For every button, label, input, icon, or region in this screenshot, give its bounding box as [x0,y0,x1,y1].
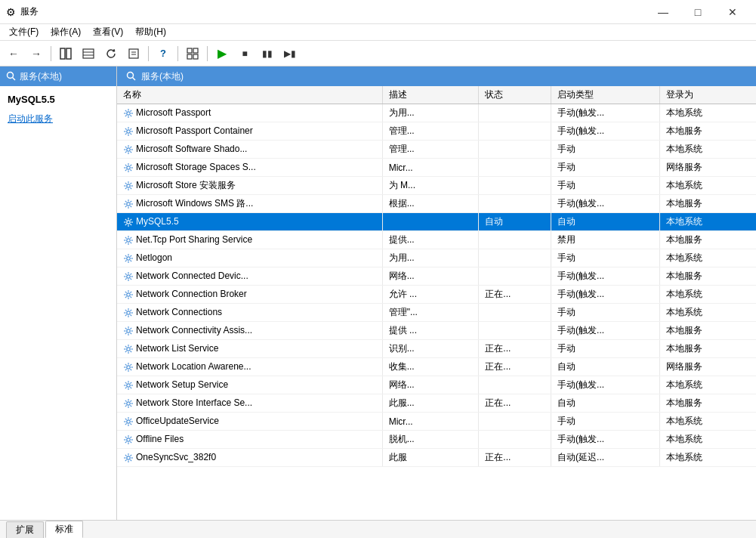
table-row[interactable]: Network Connected Devic...网络...手动(触发...本… [117,267,756,286]
services-table-container[interactable]: 名称 描述 状态 启动类型 登录为 Microsoft Passport为用..… [117,86,756,520]
table-row[interactable]: Microsoft Passport为用...手动(触发...本地系统 [117,104,756,122]
table-row[interactable]: Network Connections管理"...手动本地系统 [117,304,756,322]
table-row[interactable]: Network Connection Broker允许 ...正在...手动(触… [117,286,756,304]
show-hide-button[interactable] [55,44,76,63]
gear-icon [123,416,134,427]
svg-line-194 [130,455,131,456]
cell-service-name: Microsoft Windows SMS 路... [117,195,382,213]
col-header-name[interactable]: 名称 [117,86,382,104]
cell-service-start: 手动(触发... [551,322,660,340]
svg-point-43 [127,166,130,169]
restart-service-button[interactable]: ▶▮ [279,44,301,63]
svg-line-50 [130,165,131,166]
table-row[interactable]: Microsoft Windows SMS 路...根据...手动(触发...本… [117,195,756,213]
table-row[interactable]: Network Setup Service网络...手动(触发...本地系统 [117,376,756,394]
tab-standard[interactable]: 标准 [45,521,83,538]
table-row[interactable]: OfficeUpdateServiceMicr...手动本地系统 [117,413,756,431]
col-header-status[interactable]: 状态 [479,86,551,104]
start-service-link[interactable]: 启动此服务 [8,113,109,125]
cell-service-status [479,431,551,449]
svg-line-75 [125,219,127,221]
svg-point-142 [127,366,130,369]
svg-line-139 [130,351,131,352]
cell-service-name: Network Connections [117,304,382,322]
svg-line-130 [130,332,131,334]
stop-service-button[interactable]: ■ [234,44,255,63]
cell-service-start: 手动(触发... [551,431,660,449]
col-header-login[interactable]: 登录为 [659,86,756,104]
gear-icon [123,308,134,318]
cell-service-login: 本地系统 [659,286,756,304]
export-button[interactable] [123,44,144,63]
gear-icon [123,453,134,463]
cell-service-status [479,104,551,122]
col-header-desc[interactable]: 描述 [382,86,479,104]
cell-service-status: 自动 [479,213,551,231]
svg-point-115 [127,311,130,314]
svg-line-22 [130,115,131,116]
svg-point-187 [127,456,130,459]
cell-service-login: 本地服务 [659,394,756,413]
back-button[interactable]: ← [3,44,24,63]
cell-service-login: 本地服务 [659,322,756,340]
table-row[interactable]: Net.Tcp Port Sharing Service提供...禁用本地服务 [117,231,756,249]
properties-button[interactable] [182,44,203,63]
start-service-button[interactable]: ▶ [211,44,233,63]
menu-view[interactable]: 查看(V) [87,24,129,40]
cell-service-desc: 此服 [382,449,479,467]
table-row[interactable]: Network Location Awarene...收集...正在...自动网… [117,358,756,376]
table-row[interactable]: Netlogon为用...手动本地系统 [117,249,756,267]
cell-service-start: 禁用 [551,231,660,249]
tab-expand[interactable]: 扩展 [6,521,44,538]
cell-service-start: 手动(触发... [551,376,660,394]
svg-line-158 [130,382,131,384]
maximize-button[interactable]: □ [680,0,715,24]
svg-line-69 [125,206,127,207]
cell-service-login: 本地系统 [659,141,756,159]
table-row[interactable]: Offline Files脱机...手动(触发...本地系统 [117,431,756,449]
cell-service-login: 本地系统 [659,304,756,322]
menu-file[interactable]: 文件(F) [3,24,45,40]
svg-line-33 [125,133,127,134]
table-row[interactable]: Network Connectivity Assis...提供 ...手动(触发… [117,322,756,340]
table-row[interactable]: Microsoft Store 安装服务为 M...手动本地系统 [117,177,756,195]
cell-service-name: Network Connection Broker [117,286,382,304]
table-row[interactable]: Microsoft Passport Container管理...手动(触发..… [117,122,756,141]
col-header-start[interactable]: 启动类型 [551,86,660,104]
cell-service-name: Network Location Awarene... [117,358,382,376]
svg-line-112 [130,296,131,298]
toolbar-separator-4 [207,46,208,61]
table-row[interactable]: Network Store Interface Se...此服...正在...自… [117,394,756,413]
sidebar-content: MySQL5.5 启动此服务 [0,86,116,133]
cell-service-login: 本地系统 [659,449,756,467]
svg-line-49 [130,169,131,171]
forward-button[interactable]: → [26,44,47,63]
cell-service-name: Microsoft Storage Spaces S... [117,159,382,177]
table-row[interactable]: MySQL5.5自动自动本地系统 [117,213,756,231]
table-row[interactable]: Microsoft Software Shado...管理...手动本地系统 [117,141,756,159]
table-row[interactable]: OneSyncSvc_382f0此服正在...自动(延迟...本地系统 [117,449,756,467]
gear-icon [123,362,134,373]
table-row[interactable]: Network List Service识别...正在...手动本地服务 [117,340,756,358]
menu-action[interactable]: 操作(A) [45,24,87,40]
svg-line-156 [125,382,127,384]
main-area: 服务(本地) MySQL5.5 启动此服务 服务(本地) 名称 描述 状态 [0,66,756,520]
table-row[interactable]: Microsoft Storage Spaces S...Micr...手动网络… [117,159,756,177]
svg-line-131 [130,328,131,329]
cell-service-desc: 为用... [382,249,479,267]
pause-service-button[interactable]: ▮▮ [257,44,278,63]
svg-line-96 [125,260,127,261]
gear-icon [123,126,134,137]
cell-service-start: 手动(触发... [551,104,660,122]
window-title: 服务 [20,5,39,18]
help-button[interactable]: ? [153,44,174,63]
cell-service-status [479,249,551,267]
minimize-button[interactable]: — [646,0,680,24]
cell-service-status [479,195,551,213]
refresh-button[interactable] [100,44,122,63]
menu-help[interactable]: 帮助(H) [129,24,172,40]
close-button[interactable]: ✕ [715,0,750,24]
svg-line-141 [125,351,127,352]
list-button[interactable] [78,44,99,63]
svg-line-41 [130,147,131,148]
